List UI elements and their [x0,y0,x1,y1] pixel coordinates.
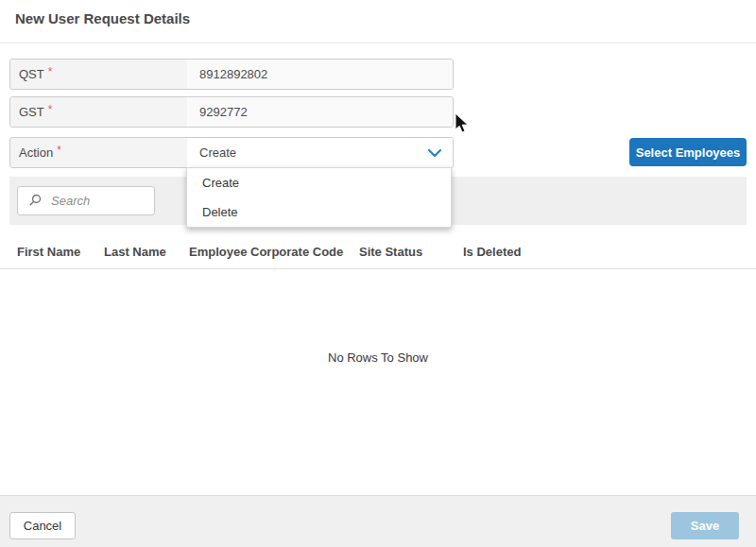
search-input[interactable] [49,193,146,209]
action-selected-value: Create [199,145,236,160]
action-field-row: Action * Create [9,137,454,168]
action-dropdown-panel: Create Delete [186,167,452,228]
action-label-text: Action [19,145,53,160]
qst-field-row: QST * [9,59,454,90]
gst-label: GST * [10,97,187,127]
qst-label: QST * [10,60,187,89]
column-header-first-name[interactable]: First Name [17,245,80,259]
cancel-button[interactable]: Cancel [9,512,76,539]
qst-label-text: QST [19,67,44,81]
save-button[interactable]: Save [671,512,739,539]
action-select[interactable]: Create [187,138,453,167]
footer-bar: Cancel Save [0,495,756,547]
qst-input[interactable] [187,60,453,89]
dropdown-option-delete[interactable]: Delete [187,197,451,227]
required-asterisk: * [48,103,53,116]
page-title: New User Request Details [15,10,190,26]
mouse-cursor-icon [455,112,470,139]
gst-label-text: GST [19,105,44,119]
select-employees-button[interactable]: Select Employees [629,138,747,166]
column-header-last-name[interactable]: Last Name [104,245,166,259]
table-header-row: First Name Last Name Employee Corporate … [0,236,756,269]
search-box[interactable] [17,186,155,215]
search-icon [29,193,42,210]
required-asterisk: * [57,144,61,157]
table-empty-message: No Rows To Show [0,350,756,365]
column-header-is-deleted[interactable]: Is Deleted [463,245,521,259]
column-header-site-status[interactable]: Site Status [359,245,422,259]
column-header-employee-corporate-code[interactable]: Employee Corporate Code [189,245,343,259]
gst-field-row: GST * [9,96,454,128]
gst-input[interactable] [187,97,453,127]
dropdown-option-create[interactable]: Create [187,168,451,197]
required-asterisk: * [48,65,53,78]
action-label: Action * [10,138,187,167]
chevron-down-icon [428,145,441,160]
title-divider [0,43,756,43]
